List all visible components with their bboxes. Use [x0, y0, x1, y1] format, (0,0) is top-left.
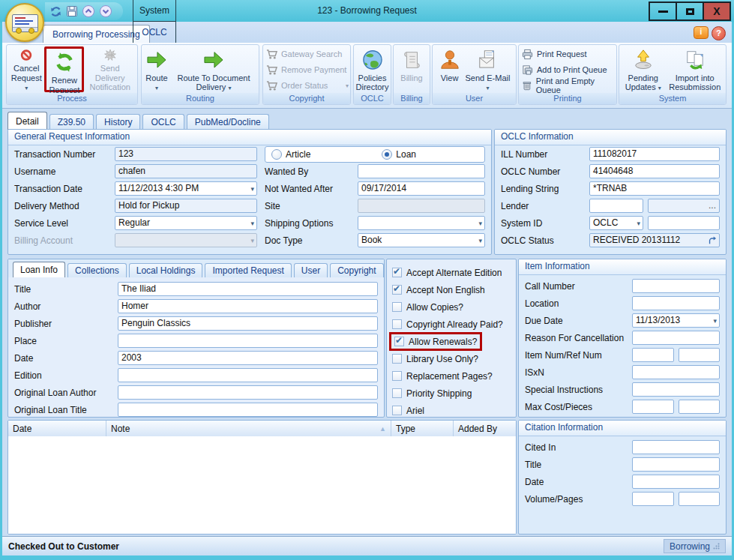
tab-z3950[interactable]: Z39.50: [49, 114, 94, 130]
tab-imported-request[interactable]: Imported Request: [205, 263, 291, 277]
policies-directory-button[interactable]: Policies Directory: [354, 46, 391, 92]
date-field[interactable]: 2003: [118, 351, 378, 365]
copyright-already-paid-checkbox[interactable]: Copyright Already Paid?: [387, 316, 516, 333]
status-refresh-icon[interactable]: [708, 236, 717, 245]
system-id-combo[interactable]: OCLC: [589, 216, 643, 230]
close-button[interactable]: X: [703, 1, 731, 21]
place-field[interactable]: [118, 334, 378, 348]
article-radio[interactable]: Article: [271, 149, 310, 160]
tab-oclc[interactable]: OCLC: [133, 22, 176, 43]
notes-col-note[interactable]: Note▲: [106, 421, 391, 436]
shipping-options-field[interactable]: [358, 216, 485, 230]
gateway-search-button[interactable]: Gateway Search: [266, 47, 349, 61]
save-icon[interactable]: [66, 5, 78, 17]
not-wanted-after-field[interactable]: 09/17/2014: [358, 181, 485, 196]
ariel-checkbox[interactable]: Ariel: [387, 402, 516, 418]
author-field[interactable]: Homer: [118, 299, 378, 313]
send-delivery-notification-button[interactable]: Send Delivery Notification: [84, 46, 136, 92]
add-to-print-queue-button[interactable]: Add to Print Queue: [522, 63, 615, 76]
billing-button[interactable]: Billing: [398, 46, 425, 92]
replacement-pages-checkbox[interactable]: Replacement Pages?: [387, 367, 516, 385]
allow-copies-checkbox[interactable]: Allow Copies?: [387, 298, 516, 316]
minimize-button[interactable]: [649, 1, 677, 21]
edition-field[interactable]: [118, 368, 378, 382]
tab-detail[interactable]: Detail: [7, 112, 47, 130]
citation-title-field[interactable]: [632, 457, 720, 472]
tab-local-holdings[interactable]: Local Holdings: [129, 263, 203, 277]
feedback-bubble-icon[interactable]: i: [694, 26, 709, 39]
notes-col-date[interactable]: Date: [8, 421, 106, 436]
transaction-number-field[interactable]: 123: [115, 147, 257, 161]
library-use-only-checkbox[interactable]: Library Use Only?: [387, 350, 516, 367]
route-button[interactable]: Route ▾: [143, 46, 170, 92]
wanted-by-field[interactable]: [358, 164, 485, 178]
help-icon[interactable]: ?: [712, 26, 726, 40]
oclc-number-field[interactable]: 41404648: [589, 164, 720, 178]
title-field[interactable]: The Iliad: [118, 282, 378, 296]
lending-string-field[interactable]: *TRNAB: [589, 181, 720, 196]
due-date-field[interactable]: 11/13/2013: [632, 313, 720, 328]
collapse-up-icon[interactable]: [82, 4, 95, 18]
tab-history[interactable]: History: [96, 114, 140, 130]
route-to-document-delivery-button[interactable]: Route To Document Delivery ▾: [170, 46, 257, 92]
billing-account-field[interactable]: [115, 233, 257, 247]
print-and-empty-queue-button[interactable]: Print and Empty Queue: [522, 79, 615, 92]
tab-copyright[interactable]: Copyright: [330, 263, 383, 277]
system-menu[interactable]: System: [133, 0, 176, 22]
lender-browse-button[interactable]: ...: [648, 199, 720, 213]
resize-grip-icon[interactable]: [713, 543, 720, 550]
notes-col-added-by[interactable]: Added By: [454, 421, 516, 436]
accept-alternate-edition-checkbox[interactable]: Accept Alternate Edition: [387, 264, 516, 281]
accept-non-english-checkbox[interactable]: Accept Non English: [387, 281, 516, 298]
service-level-field[interactable]: Regular: [115, 216, 257, 230]
publisher-field[interactable]: Penguin Classics: [118, 316, 378, 331]
oclc-status-field[interactable]: RECEIVED 20131112: [589, 233, 720, 247]
pieces-field[interactable]: [679, 400, 720, 414]
location-field[interactable]: [632, 296, 720, 310]
original-loan-title-field[interactable]: [118, 403, 378, 417]
ill-number-field[interactable]: 111082017: [589, 147, 720, 161]
username-field[interactable]: chafen: [115, 164, 257, 178]
pages-field[interactable]: [679, 492, 720, 506]
title-bar[interactable]: 123 - Borrowing Request System X: [0, 0, 734, 22]
volume-field[interactable]: [632, 492, 674, 506]
notes-grid-body[interactable]: [8, 436, 516, 534]
tab-loan-info[interactable]: Loan Info: [13, 262, 65, 277]
tab-user[interactable]: User: [294, 263, 328, 277]
original-loan-author-field[interactable]: [118, 385, 378, 400]
max-cost-field[interactable]: [632, 400, 674, 414]
doc-type-field[interactable]: Book: [358, 233, 485, 247]
special-instructions-field[interactable]: [632, 382, 720, 397]
loan-radio[interactable]: Loan: [382, 149, 416, 160]
system-id-value-field[interactable]: [648, 216, 720, 230]
print-request-button[interactable]: Print Request: [522, 47, 615, 61]
transaction-date-field[interactable]: 11/12/2013 4:30 PM: [115, 181, 257, 196]
reason-for-cancellation-field[interactable]: [632, 331, 720, 345]
send-email-button[interactable]: Send E-Mail ▾: [463, 46, 513, 92]
application-menu-button[interactable]: [5, 3, 44, 42]
site-field[interactable]: [358, 199, 485, 213]
order-status-button[interactable]: Order Status ▾: [266, 79, 349, 92]
allow-renewals-highlight[interactable]: Allow Renewals?: [389, 332, 482, 351]
ref-num-field[interactable]: [679, 348, 720, 362]
cited-in-field[interactable]: [632, 440, 720, 454]
sync-icon[interactable]: [49, 5, 62, 18]
delivery-method-field[interactable]: Hold for Pickup: [115, 199, 257, 213]
priority-shipping-checkbox[interactable]: Priority Shipping: [387, 385, 516, 402]
view-user-button[interactable]: View: [436, 46, 463, 92]
cancel-request-button[interactable]: Cancel Request ▾: [8, 46, 44, 92]
remove-payment-button[interactable]: Remove Payment: [266, 63, 349, 76]
call-number-field[interactable]: [632, 279, 720, 293]
citation-date-field[interactable]: [632, 475, 720, 489]
import-into-resubmission-button[interactable]: Import into Resubmission: [665, 46, 724, 92]
notes-col-type[interactable]: Type: [391, 421, 454, 436]
isxn-field[interactable]: [632, 365, 720, 379]
pending-updates-button[interactable]: Pending Updates ▾: [621, 46, 665, 92]
expand-down-icon[interactable]: [99, 4, 112, 18]
item-num-field[interactable]: [632, 348, 674, 362]
tab-oclc-detail[interactable]: OCLC: [142, 114, 184, 130]
maximize-button[interactable]: [676, 1, 704, 21]
renew-request-button[interactable]: Renew Request: [46, 49, 82, 94]
tab-pubmed-docline[interactable]: PubMed/Docline: [187, 114, 269, 130]
tab-collections[interactable]: Collections: [67, 263, 127, 277]
